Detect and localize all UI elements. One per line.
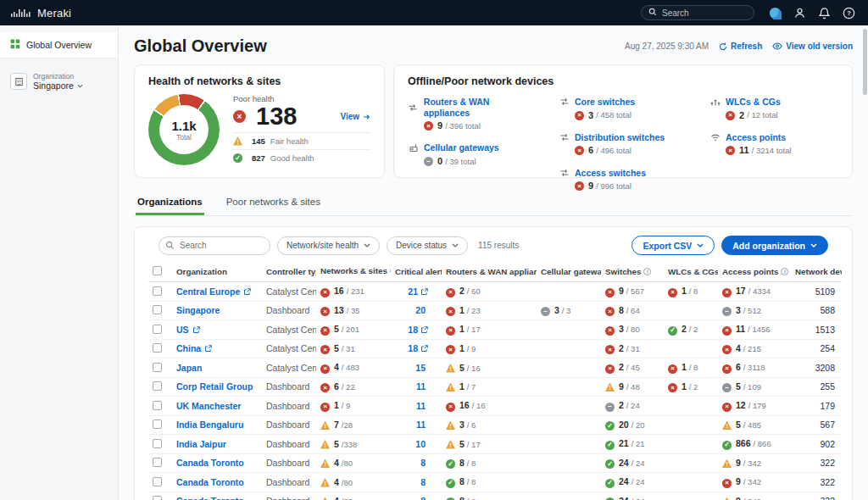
column-header[interactable]: Network devices (791, 263, 842, 282)
global-search[interactable]: Search (641, 5, 754, 20)
organization-link[interactable]: Singapore (176, 305, 220, 315)
status-red-icon: × (605, 307, 615, 316)
column-header[interactable]: Cellular gatewaysi (537, 263, 601, 282)
row-checkbox[interactable] (153, 325, 162, 334)
status-warn-icon: ! (446, 421, 455, 431)
organization-cell: Singapore (172, 301, 262, 320)
column-header[interactable] (148, 263, 172, 282)
info-icon[interactable]: i (390, 267, 391, 275)
device-category: Core switches×3/ 458 total (559, 97, 687, 121)
column-header[interactable]: Controller type (262, 263, 316, 282)
critical-alerts-link[interactable]: 15 (415, 363, 426, 373)
row-checkbox[interactable] (153, 419, 162, 429)
column-header[interactable]: Networks & sitesi (316, 263, 391, 282)
health-donut-chart[interactable]: 1.1k Total (148, 94, 220, 165)
row-checkbox[interactable] (153, 458, 162, 467)
info-icon[interactable]: i (781, 268, 788, 275)
critical-alerts-link[interactable]: 11 (416, 419, 426, 430)
table-search-input[interactable] (159, 236, 270, 255)
critical-alerts-link[interactable]: 8 (420, 458, 426, 468)
organization-link[interactable]: Central Europe (176, 286, 240, 297)
row-checkbox[interactable] (153, 439, 162, 448)
info-icon[interactable]: i (643, 268, 651, 275)
device-category-link[interactable]: Cellular gateways (424, 142, 499, 153)
organization-link[interactable]: Canada Toronto (176, 496, 244, 500)
critical-alerts-link[interactable]: 8 (420, 477, 426, 487)
column-header[interactable]: Critical alerts (391, 263, 442, 282)
cloud-status-icon[interactable] (768, 6, 782, 20)
count-value: 13 (334, 305, 344, 315)
organization-link[interactable]: Japan (176, 363, 202, 373)
device-status-filter[interactable]: Device status (387, 236, 468, 255)
organization-link[interactable]: UK Manchester (176, 401, 241, 411)
status-red-icon: × (446, 345, 455, 354)
tab-organizations[interactable]: Organizations (136, 192, 204, 215)
critical-alerts-link[interactable]: 18 (408, 325, 418, 335)
row-checkbox[interactable] (153, 363, 162, 372)
organization-link[interactable]: US (176, 325, 189, 335)
organization-link[interactable]: Canada Toronto (176, 458, 244, 468)
column-header[interactable]: Routers & WAN appliancesi (442, 263, 537, 282)
count-total: /80 (342, 497, 353, 500)
count-value: 8 (459, 458, 465, 468)
view-old-version-link[interactable]: View old version (772, 42, 853, 51)
switches-cell: ✓24/ 24 (601, 473, 664, 492)
external-link-icon (420, 345, 428, 353)
row-checkbox[interactable] (153, 401, 162, 410)
tab-poor-networks[interactable]: Poor networks & sites (225, 192, 322, 215)
critical-alerts-link[interactable]: 21 (408, 286, 418, 297)
add-organization-button[interactable]: Add organization (721, 236, 828, 255)
organization-selector[interactable]: Organization Singapore (0, 64, 118, 100)
column-header[interactable]: Access pointsi (718, 263, 791, 282)
external-link-icon (192, 326, 200, 334)
count-total: / 21 (632, 439, 645, 448)
network-site-health-filter[interactable]: Network/site health (277, 236, 380, 255)
count-value: 4 (334, 496, 339, 500)
row-checkbox[interactable] (153, 305, 162, 314)
device-category-link[interactable]: Routers & WAN appliances (424, 97, 537, 118)
page-scrollbar[interactable] (863, 29, 867, 495)
help-icon[interactable]: ? (842, 6, 856, 20)
device-category-link[interactable]: Access switches (575, 168, 646, 179)
column-header[interactable]: Switchesi (601, 263, 664, 282)
device-category-link[interactable]: Distribution switches (575, 132, 665, 143)
critical-alerts-link[interactable]: 8 (420, 496, 426, 500)
select-all-checkbox[interactable] (153, 266, 162, 275)
status-warn-icon: ! (446, 364, 455, 373)
device-offline-count: 11 (739, 145, 749, 156)
notifications-icon[interactable] (817, 6, 832, 20)
column-header[interactable]: WLCs & CGsi (664, 263, 718, 282)
organization-link[interactable]: Canada Toronto (176, 477, 244, 487)
export-csv-button[interactable]: Export CSV (632, 236, 715, 255)
critical-alerts-link[interactable]: 11 (416, 401, 426, 411)
routers-cell: ✓8/ 8 (442, 453, 537, 473)
row-checkbox[interactable] (153, 343, 162, 353)
count-value: 5 (736, 381, 741, 392)
row-checkbox[interactable] (153, 286, 162, 296)
table-search[interactable] (159, 236, 270, 255)
column-header[interactable]: Organization (172, 263, 262, 282)
row-checkbox[interactable] (153, 496, 162, 500)
sidebar-item-global-overview[interactable]: Global Overview (0, 32, 118, 58)
row-checkbox[interactable] (153, 381, 162, 391)
organization-link[interactable]: Corp Retail Group (176, 381, 253, 392)
device-category-link[interactable]: Access points (726, 132, 786, 143)
organization-link[interactable]: China (176, 343, 201, 353)
user-icon[interactable] (793, 6, 807, 20)
access-points-cell: −5/ 109 (718, 377, 791, 397)
scrollbar-thumb[interactable] (863, 29, 867, 95)
device-category-link[interactable]: Core switches (575, 97, 635, 108)
organization-link[interactable]: India Jaipur (176, 439, 226, 449)
networks-sites-cell: !4/80 (316, 492, 391, 500)
organization-link[interactable]: India Bengaluru (176, 419, 243, 430)
row-checkbox[interactable] (153, 477, 162, 486)
refresh-button[interactable]: Refresh (719, 42, 762, 51)
critical-alerts-link[interactable]: 20 (415, 305, 426, 315)
switches-cell: !9/ 48 (601, 377, 664, 397)
view-poor-health-link[interactable]: View (340, 112, 370, 121)
device-category-link[interactable]: WLCs & CGs (726, 97, 781, 108)
critical-alerts-link[interactable]: 10 (415, 439, 426, 449)
critical-alerts-link[interactable]: 11 (416, 381, 426, 392)
brand[interactable]: Meraki (10, 7, 71, 19)
critical-alerts-link[interactable]: 18 (408, 343, 418, 353)
